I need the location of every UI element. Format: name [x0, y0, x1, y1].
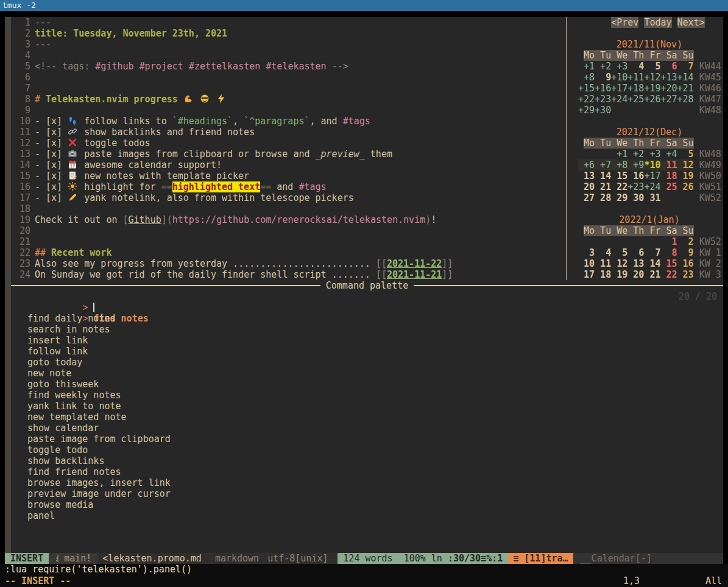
calendar-day[interactable]: 22	[660, 269, 677, 280]
palette-item[interactable]: show calendar	[11, 423, 723, 434]
palette-item[interactable]: new templated note	[11, 412, 723, 423]
calendar-day[interactable]: +14	[677, 72, 694, 83]
calendar-day[interactable]: 20	[578, 181, 595, 192]
calendar-day[interactable]: +8	[611, 160, 627, 170]
calendar-day[interactable]: 16	[627, 170, 644, 181]
calendar-day[interactable]: 11	[660, 160, 677, 170]
editor-line[interactable]: 14- [x] 17 awesome calendar support!	[11, 160, 566, 170]
editor-line[interactable]: 17- [x] yank notelink, also from within …	[11, 192, 566, 203]
calendar-day[interactable]: 7	[677, 61, 694, 72]
calendar-day[interactable]: 18	[660, 170, 677, 181]
calendar-day[interactable]: +4	[660, 149, 677, 160]
palette-item[interactable]: goto today	[11, 357, 723, 368]
calendar-day[interactable]: +6	[578, 160, 595, 170]
calendar-day[interactable]: 7	[644, 247, 660, 258]
calendar-day[interactable]: 9	[677, 247, 694, 258]
editor-line[interactable]: 22## Recent work	[11, 247, 566, 258]
palette-prompt-row[interactable]: > 20 / 20	[11, 291, 723, 302]
calendar-day[interactable]: 12	[677, 160, 694, 170]
palette-item[interactable]: browse images, insert link	[11, 477, 723, 488]
palette-item[interactable]: new note	[11, 368, 723, 379]
calendar-day[interactable]: 4	[595, 247, 611, 258]
calendar-day[interactable]: +29	[578, 105, 595, 116]
calendar-day[interactable]: *10	[644, 160, 660, 170]
palette-item[interactable]: find friend notes	[11, 466, 723, 477]
calendar-day[interactable]: 6	[660, 61, 677, 72]
calendar-day[interactable]: +12	[644, 72, 660, 83]
calendar-day[interactable]: 5	[677, 149, 694, 160]
calendar-day[interactable]: 5	[644, 61, 660, 72]
calendar-day[interactable]: 29	[611, 192, 627, 203]
calendar-day[interactable]: +15	[578, 83, 595, 94]
editor-line[interactable]: 11- [x] show backlinks and friend notes	[11, 127, 566, 138]
git-branch-segment[interactable]: main!	[49, 553, 97, 564]
calendar-day[interactable]: +22	[578, 94, 595, 105]
calendar-day[interactable]: +9	[627, 160, 644, 170]
calendar-day[interactable]: 13	[578, 170, 595, 181]
palette-item[interactable]: preview image under cursor	[11, 488, 723, 499]
palette-item[interactable]: show backlinks	[11, 455, 723, 466]
calendar-day[interactable]: 8	[660, 247, 677, 258]
calendar-day[interactable]: +23	[595, 94, 611, 105]
editor-line[interactable]: 23Also see my progress from yesterday ..…	[11, 258, 566, 269]
calendar-day[interactable]: 9	[595, 72, 611, 83]
calendar-day[interactable]: 13	[627, 258, 644, 269]
calendar-day[interactable]: 22	[611, 181, 627, 192]
calendar-day[interactable]: 10	[578, 258, 595, 269]
calendar-day[interactable]: 21	[595, 181, 611, 192]
calendar-day[interactable]: 1	[660, 236, 677, 247]
ex-command[interactable]: :lua require('telekasten').panel()	[0, 564, 728, 575]
editor-line[interactable]: 7	[11, 83, 566, 94]
calendar-day[interactable]: +19	[644, 83, 660, 94]
calendar-day[interactable]: +11	[627, 72, 644, 83]
editor-line[interactable]: 21	[11, 236, 566, 247]
calendar-day[interactable]: 3	[578, 247, 595, 258]
calendar-day[interactable]: 19	[677, 170, 694, 181]
editor-line[interactable]: 16- [x] highlight for ==highlighted text…	[11, 181, 566, 192]
calendar-day[interactable]: +30	[595, 105, 611, 116]
calendar-day[interactable]: +20	[660, 83, 677, 94]
calendar-day[interactable]: +2	[595, 61, 611, 72]
calendar-day[interactable]: 15	[611, 170, 627, 181]
calendar-day[interactable]: 2	[677, 236, 694, 247]
editor-line[interactable]: 6	[11, 72, 566, 83]
calendar-day[interactable]: 27	[578, 192, 595, 203]
calendar-day[interactable]: +1	[611, 149, 627, 160]
calendar-day[interactable]: 25	[660, 181, 677, 192]
calendar-day[interactable]: 18	[595, 269, 611, 280]
calendar-day[interactable]: +26	[644, 94, 660, 105]
calendar-day[interactable]: 6	[627, 247, 644, 258]
palette-selected-item[interactable]: > find notes	[11, 302, 723, 313]
calendar-day[interactable]: 11	[595, 258, 611, 269]
editor-line[interactable]: 2title: Tuesday, November 23th, 2021	[11, 28, 566, 39]
calendar-day[interactable]: +28	[677, 94, 694, 105]
palette-item[interactable]: browse media	[11, 499, 723, 510]
calendar-day[interactable]: +8	[578, 72, 595, 83]
editor-line[interactable]: 4	[11, 50, 566, 61]
editor-line[interactable]: 19Check it out on [Github](https://githu…	[11, 214, 566, 225]
tab-indicator-segment[interactable]: ≡ [11]tra…	[508, 553, 573, 564]
calendar-day[interactable]: +10	[611, 72, 627, 83]
editor-line[interactable]: 3---	[11, 39, 566, 50]
editor-line[interactable]: 5<!-- tags: #github #project #zettelkast…	[11, 61, 566, 72]
markdown-buffer[interactable]: 1---2title: Tuesday, November 23th, 2021…	[11, 17, 566, 280]
calendar-day[interactable]: +7	[595, 160, 611, 170]
palette-item[interactable]: insert link	[11, 335, 723, 346]
calendar-day[interactable]: 28	[595, 192, 611, 203]
calendar-day[interactable]: +3	[644, 149, 660, 160]
calendar-day[interactable]: +17	[644, 170, 660, 181]
calendar-day[interactable]: 20	[627, 269, 644, 280]
calendar-day[interactable]: +3	[611, 61, 627, 72]
palette-item[interactable]: panel	[11, 510, 723, 521]
editor-line[interactable]: 24On Sunday we got rid of the daily find…	[11, 269, 566, 280]
palette-item[interactable]: find weekly notes	[11, 390, 723, 401]
calendar-day[interactable]: 21	[644, 269, 660, 280]
calendar-day[interactable]: 30	[627, 192, 644, 203]
calendar-day[interactable]: 14	[644, 258, 660, 269]
calendar-day[interactable]: +18	[627, 83, 644, 94]
editor-line[interactable]: 13- [x] paste images from clipboard or b…	[11, 149, 566, 160]
calendar-day[interactable]: +13	[660, 72, 677, 83]
calendar-day[interactable]: +1	[578, 61, 595, 72]
editor-line[interactable]: 20	[11, 225, 566, 236]
scrollbar-strip[interactable]	[5, 17, 11, 553]
